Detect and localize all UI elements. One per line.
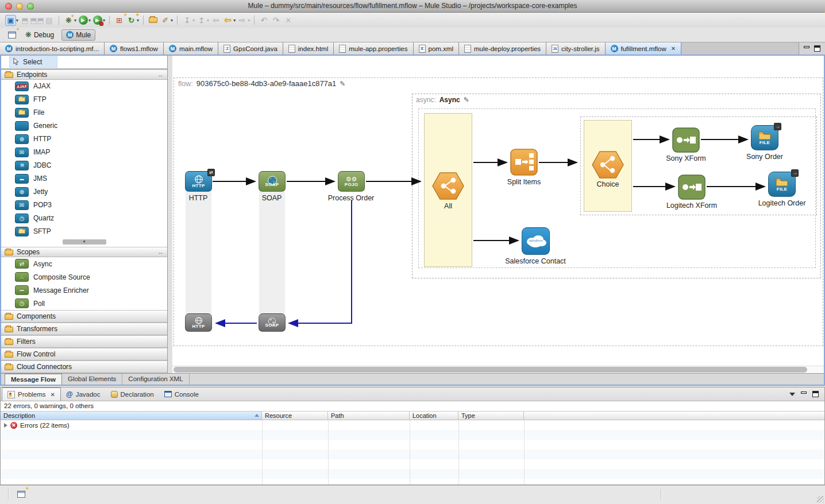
resize-grip[interactable] [817,496,824,503]
palette-section-flow-control[interactable]: Flow Control [1,348,167,360]
palette-item-sftp[interactable]: SFTP [1,225,167,238]
next-annotation-icon[interactable]: ↧ [182,15,192,26]
tab-global-elements[interactable]: Global Elements [62,374,122,385]
palette-section-components[interactable]: Components [1,310,167,323]
palette-item-poll[interactable]: ◷Poll [1,297,167,310]
palette-item-async[interactable]: ⇄Async [1,257,167,270]
minimize-window-button[interactable] [16,3,23,10]
editor-tab-mule-deploy-properties[interactable]: mule-deploy.properties [459,42,546,55]
last-edit-location-icon[interactable]: ⇦ [210,15,221,26]
update-dropdown-icon[interactable]: ▾ [137,18,139,23]
errors-group-row[interactable]: ✕ Errors (22 items) [1,420,824,430]
minimize-editor-icon[interactable] [804,46,809,48]
view-menu-icon[interactable] [789,393,795,396]
palette-item-jetty[interactable]: ⊕Jetty [1,185,167,199]
scrollbar-thumb[interactable] [174,367,807,373]
tab-declaration[interactable]: Declaration [106,387,159,401]
palette-section-endpoints[interactable]: Endpoints ↔ [1,69,167,80]
flow-canvas[interactable]: flow: 903675c0-be88-4db3-a0e9-faaae1c877… [172,56,824,373]
http-response-node[interactable]: HTTP [185,313,212,332]
palette-item-imap[interactable]: ✉IMAP [1,146,167,159]
close-window-button[interactable] [5,3,12,10]
forward-icon[interactable]: ⇨ [237,15,248,26]
column-type[interactable]: Type [458,412,524,420]
palette-item-message-enricher[interactable]: ••▪Message Enricher [1,284,167,297]
palette-item-quartz[interactable]: ◷Quartz [1,212,167,225]
palette-scroll-handle[interactable]: ▾ [1,239,167,245]
palette-item-pop3[interactable]: ✉POP3 [1,199,167,212]
save-all-icon[interactable]: ⬒⬒ [32,15,43,26]
palette-section-filters[interactable]: Filters [1,335,167,348]
editor-tab-index-html[interactable]: index.html [283,42,334,55]
new-dropdown-icon[interactable]: ▾ [16,18,18,23]
tab-close-icon[interactable]: ✕ [671,45,676,52]
editor-tab-mule-app-properties[interactable]: mule-app.properties [334,42,413,55]
perspective-mule[interactable]: M Mule [61,29,95,41]
open-resource-icon[interactable] [148,15,159,26]
column-description[interactable]: Description [1,412,262,420]
soap-component-node[interactable]: SOAP [259,171,286,192]
editor-tab-pom-xml[interactable]: Xpom.xml [414,42,459,55]
previous-annotation-icon[interactable]: ↥ [196,15,207,26]
run-secure-dropdown-icon[interactable]: ▾ [103,18,105,23]
palette-item-composite-source[interactable]: ∴Composite Source [1,270,167,284]
run-secure-icon[interactable]: ▶ [92,15,103,26]
open-perspective-icon[interactable]: ✦ [6,29,17,40]
palette-item-ajax[interactable]: AJAXAJAX [1,80,167,93]
save-icon[interactable]: ⬒ [20,15,30,26]
canvas-horizontal-scrollbar[interactable] [172,366,824,373]
editor-tab-introduction-to-scripting[interactable]: Mintroduction-to-scripting.mf... [0,42,105,55]
palette-item-generic[interactable]: Generic [1,119,167,133]
split-items-node[interactable] [510,149,538,176]
palette-item-http[interactable]: ⊕HTTP [1,133,167,146]
http-endpoint-node[interactable]: ⇄ HTTP [185,171,212,192]
search-dropdown-icon[interactable]: ▾ [171,18,173,23]
palette-item-file[interactable]: File [1,106,167,119]
debug-icon[interactable]: ❋✦ [63,15,74,26]
editor-tab-main[interactable]: Mmain.mflow [164,42,218,55]
edit-flow-name-icon[interactable]: ✎ [340,80,345,88]
palette-item-jms[interactable]: ▬JMS [1,172,167,185]
pin-palette-icon[interactable]: ↔ [157,249,164,255]
tab-problems[interactable]: Problems ✕ [2,387,61,401]
maximize-view-icon[interactable] [812,391,819,397]
new-wizard-icon[interactable]: ▣✦ [5,15,16,26]
tab-javadoc[interactable]: @ Javadoc [61,387,106,401]
back-dropdown-icon[interactable]: ▾ [233,18,236,23]
tab-close-icon[interactable]: ✕ [51,391,55,398]
column-path[interactable]: Path [328,412,410,420]
new-mule-project-icon[interactable]: ⊞✦ [114,15,125,26]
palette-section-cloud-connectors[interactable]: Cloud Connectors [1,360,167,373]
update-mule-icon[interactable]: ↻✦ [126,15,137,26]
minimize-view-icon[interactable] [801,391,807,394]
salesforce-contact-node[interactable]: salesforce [522,227,550,255]
pin-palette-icon[interactable]: ↔ [157,71,164,78]
logitech-order-node[interactable]: → FILE [768,172,796,197]
run-dropdown-icon[interactable]: ▾ [88,18,91,23]
print-icon[interactable]: ▤ [44,15,55,26]
delete-icon[interactable]: ✕ [283,15,294,26]
logitech-xform-node[interactable] [678,175,706,200]
maximize-editor-icon[interactable] [814,45,820,52]
tab-message-flow[interactable]: Message Flow [5,374,62,385]
search-icon[interactable]: ✐ [160,15,171,26]
perspective-debug[interactable]: ❋ Debug [21,29,58,41]
tab-console[interactable]: Console [159,387,204,401]
fast-view-icon[interactable]: ✦ [16,489,26,499]
choice-router-node[interactable] [592,151,624,179]
column-resource[interactable]: Resource [262,412,328,420]
undo-icon[interactable]: ↶ [259,15,269,26]
sony-xform-node[interactable] [672,127,700,153]
zoom-window-button[interactable] [27,3,34,10]
column-location[interactable]: Location [410,412,458,420]
edit-async-name-icon[interactable]: ✎ [464,96,469,104]
palette-section-scopes[interactable]: Scopes ↔ [1,247,167,257]
palette-section-transformers[interactable]: Transformers [1,323,167,335]
soap-response-node[interactable]: SOAP [259,313,286,332]
all-router-node[interactable] [432,172,464,200]
expand-arrow-icon[interactable] [4,423,7,428]
editor-tab-city-stroller[interactable]: JScity-stroller.js [546,42,605,55]
redo-icon[interactable]: ↷ [271,15,282,26]
editor-tab-flows1[interactable]: Mflows1.mflow [105,42,164,55]
sony-order-node[interactable]: → FILE [751,125,778,150]
